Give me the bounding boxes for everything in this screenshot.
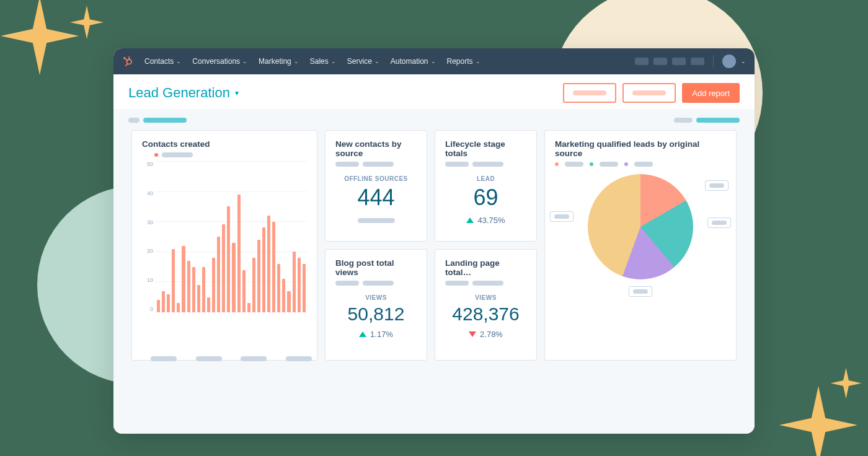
nav-contacts[interactable]: Contacts⌄ [144,57,181,66]
placeholder [143,118,187,123]
nav-label: Marketing [259,57,291,66]
svg-point-4 [128,56,130,58]
sparkle-icon [68,4,105,41]
svg-line-5 [126,64,128,65]
divider [713,55,714,68]
header-action-button[interactable] [622,83,676,103]
svg-line-2 [125,59,127,61]
nav-util-icon[interactable] [691,58,704,65]
nav-label: Sales [310,57,329,66]
nav-label: Automation [391,57,428,66]
card-mql[interactable]: Marketing qualified leads by original so… [544,130,737,361]
metric-label: VIEWS [445,294,526,301]
nav-util-icon[interactable] [653,58,667,65]
card-title: Contacts created [142,139,307,149]
pie-slice-label [705,180,728,191]
chevron-down-icon: ⌄ [294,58,299,64]
dashboard: Contacts created 50403020100 [113,109,755,434]
pie-legend [555,162,726,167]
placeholder [573,90,606,95]
caret-down-icon: ▾ [235,89,239,97]
x-axis-placeholder [146,356,317,361]
page-title-dropdown[interactable]: Lead Generation ▾ [128,85,239,101]
nav-conversations[interactable]: Conversations⌄ [192,57,247,66]
nav-reports[interactable]: Reports⌄ [447,57,480,66]
trend-up-icon [466,217,474,223]
card-title: Lifecycle stage totals [445,139,526,158]
add-report-button[interactable]: Add report [682,83,740,103]
bar-chart: 50403020100 [142,161,307,322]
nav-label: Conversations [192,57,240,66]
legend-dot-icon [154,153,158,157]
nav-label: Service [347,57,372,66]
pie-slice-label [629,286,652,297]
app-window: Contacts⌄ Conversations⌄ Marketing⌄ Sale… [113,48,755,434]
avatar[interactable] [722,55,736,68]
hubspot-logo-icon[interactable] [122,56,133,67]
card-title: Landing page total… [445,258,526,277]
chevron-down-icon: ⌄ [476,58,480,64]
placeholder [696,118,740,123]
chevron-down-icon: ⌄ [431,58,436,64]
chevron-down-icon[interactable]: ⌄ [741,58,746,64]
dashboard-grid: Contacts created 50403020100 [127,130,741,361]
dash-filter-row [127,115,741,124]
card-lifecycle[interactable]: Lifecycle stage totals LEAD 69 43.75% [435,130,537,242]
y-axis: 50403020100 [142,161,153,322]
nav-service[interactable]: Service⌄ [347,57,379,66]
metric-value: 428,376 [445,304,526,325]
metric-label: VIEWS [335,294,417,301]
page-title: Lead Generation [128,85,230,101]
page-header: Lead Generation ▾ Add report [113,74,755,109]
pie-chart [555,174,726,279]
card-landing[interactable]: Landing page total… VIEWS 428,376 2.78% [435,249,537,361]
nav-sales[interactable]: Sales⌄ [310,57,336,66]
nav-label: Reports [447,57,473,66]
top-nav: Contacts⌄ Conversations⌄ Marketing⌄ Sale… [113,48,755,74]
header-action-button[interactable] [563,83,616,103]
bars [156,161,307,312]
metric-delta: 43.75% [445,216,526,225]
card-new-contacts[interactable]: New contacts by source OFFLINE SOURCES 4… [325,130,427,242]
nav-menu: Contacts⌄ Conversations⌄ Marketing⌄ Sale… [144,57,635,66]
metric-delta: 1.17% [335,330,417,339]
metric-label: OFFLINE SOURCES [335,175,417,182]
legend-dot-icon [624,162,628,166]
placeholder [358,218,395,223]
nav-utility: ⌄ [635,55,746,68]
metric-value: 50,812 [335,304,417,325]
legend-dot-icon [555,162,559,166]
legend-dot-icon [590,162,593,166]
chevron-down-icon: ⌄ [242,58,247,64]
pie-slice-label [550,211,574,222]
pie [588,174,693,279]
metric-value: 444 [335,185,417,211]
placeholder [128,118,140,123]
chart-legend [154,152,307,157]
placeholder [162,152,193,157]
metric-value: 69 [445,185,526,211]
svg-point-6 [125,65,126,66]
chevron-down-icon: ⌄ [176,58,181,64]
nav-marketing[interactable]: Marketing⌄ [259,57,299,66]
nav-util-icon[interactable] [672,58,686,65]
trend-down-icon [469,331,476,337]
trend-up-icon [359,331,366,337]
chevron-down-icon: ⌄ [374,58,379,64]
card-title: New contacts by source [335,139,417,158]
placeholder [674,118,693,123]
pie-slice-label [707,217,731,228]
card-contacts-created[interactable]: Contacts created 50403020100 [131,130,317,361]
header-actions: Add report [563,83,740,103]
sparkle-icon [829,366,863,400]
card-title: Marketing qualified leads by original so… [555,139,726,158]
metric-label: LEAD [445,175,526,182]
card-blog[interactable]: Blog post total views VIEWS 50,812 1.17% [325,249,427,361]
nav-label: Contacts [144,57,174,66]
chevron-down-icon: ⌄ [331,58,336,64]
nav-util-icon[interactable] [635,58,649,65]
placeholder [632,90,666,95]
nav-automation[interactable]: Automation⌄ [391,57,436,66]
metric-delta: 2.78% [445,330,526,339]
card-title: Blog post total views [335,258,417,277]
